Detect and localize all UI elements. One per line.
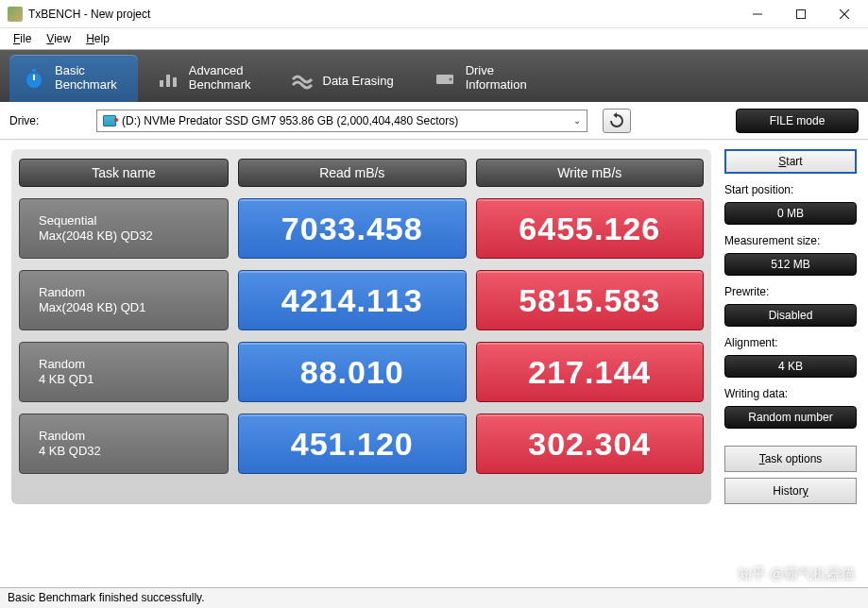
task-line1: Random (39, 357, 228, 372)
alignment-button[interactable]: 4 KB (724, 355, 857, 378)
drive-icon (103, 115, 116, 127)
header-write: Write mB/s (476, 159, 705, 187)
task-line1: Sequential (39, 213, 228, 228)
task-cell: Random 4 KB QD32 (19, 414, 229, 474)
tab-advanced-benchmark[interactable]: AdvancedBenchmark (144, 55, 272, 102)
bars-icon (157, 67, 179, 90)
task-line2: Max(2048 KB) QD1 (39, 300, 228, 315)
read-value: 7033.458 (238, 198, 467, 259)
tab-label: AdvancedBenchmark (189, 64, 251, 93)
header-row: Task name Read mB/s Write mB/s (19, 159, 704, 187)
write-value: 5815.583 (476, 270, 705, 330)
tabstrip: BasicBenchmark AdvancedBenchmark Data Er… (0, 49, 868, 102)
read-value: 4214.113 (238, 270, 467, 330)
task-options-button[interactable]: Task options (724, 446, 857, 472)
table-row: Random 4 KB QD32 451.120 302.304 (19, 414, 704, 474)
svg-rect-7 (160, 80, 163, 87)
window-title: TxBENCH - New project (28, 8, 150, 21)
drive-info-icon (434, 67, 456, 90)
prewrite-button[interactable]: Disabled (724, 304, 857, 327)
start-position-button[interactable]: 0 MB (724, 202, 857, 225)
tab-label: DriveInformation (466, 64, 527, 93)
drive-select[interactable]: (D:) NVMe Predator SSD GM7 953.86 GB (2,… (96, 110, 587, 132)
drive-label: Drive: (9, 114, 85, 127)
content: Task name Read mB/s Write mB/s Sequentia… (0, 140, 868, 504)
benchmark-panel: Task name Read mB/s Write mB/s Sequentia… (11, 149, 711, 504)
chevron-down-icon: ⌄ (573, 115, 581, 126)
app-icon (8, 7, 23, 22)
header-read: Read mB/s (238, 159, 467, 187)
tab-label: Data Erasing (323, 75, 394, 89)
task-line2: 4 KB QD32 (39, 444, 228, 459)
stopwatch-icon (23, 67, 45, 90)
side-panel: Start Start position: 0 MB Measurement s… (724, 149, 857, 504)
statusbar: Basic Benchmark finished successfully. (0, 587, 868, 608)
menu-view[interactable]: View (39, 30, 78, 47)
svg-marker-12 (613, 112, 617, 118)
svg-rect-8 (166, 75, 170, 87)
measurement-size-button[interactable]: 512 MB (724, 253, 857, 276)
table-row: Random Max(2048 KB) QD1 4214.113 5815.58… (19, 270, 704, 330)
menu-file[interactable]: File (6, 30, 39, 47)
task-cell: Random 4 KB QD1 (19, 342, 229, 402)
titlebar: TxBENCH - New project (0, 0, 868, 28)
measurement-size-label: Measurement size: (724, 234, 857, 247)
close-button[interactable] (823, 0, 866, 28)
task-line2: 4 KB QD1 (39, 372, 228, 387)
svg-point-11 (449, 78, 451, 81)
writing-data-label: Writing data: (724, 387, 857, 400)
alignment-label: Alignment: (724, 336, 857, 349)
tab-label: BasicBenchmark (55, 64, 117, 93)
read-value: 451.120 (238, 414, 467, 474)
task-line1: Random (39, 429, 228, 444)
watermark: 知乎 @霸气机器猫 (738, 566, 855, 583)
maximize-button[interactable] (779, 0, 823, 28)
table-row: Sequential Max(2048 KB) QD32 7033.458 64… (19, 198, 704, 259)
write-value: 302.304 (476, 414, 705, 474)
prewrite-label: Prewrite: (724, 285, 857, 298)
header-task: Task name (19, 159, 229, 187)
read-value: 88.010 (238, 342, 467, 402)
task-cell: Sequential Max(2048 KB) QD32 (19, 198, 229, 259)
refresh-icon (608, 112, 625, 129)
window-controls (736, 0, 866, 28)
close-icon (840, 9, 849, 19)
writing-data-button[interactable]: Random number (724, 406, 857, 429)
wave-icon (291, 70, 314, 93)
file-mode-button[interactable]: FILE mode (736, 109, 859, 133)
tab-basic-benchmark[interactable]: BasicBenchmark (9, 55, 138, 102)
tab-data-erasing[interactable]: Data Erasing (278, 60, 415, 102)
history-button[interactable]: History (724, 478, 857, 504)
svg-rect-1 (797, 9, 806, 18)
svg-rect-9 (173, 77, 177, 87)
start-button[interactable]: Start (724, 149, 857, 174)
minimize-button[interactable] (736, 0, 779, 28)
write-value: 6455.126 (476, 198, 705, 259)
menu-help[interactable]: Help (78, 30, 117, 47)
task-line2: Max(2048 KB) QD32 (39, 228, 228, 244)
drive-row: Drive: (D:) NVMe Predator SSD GM7 953.86… (0, 102, 868, 140)
task-cell: Random Max(2048 KB) QD1 (19, 270, 229, 330)
minimize-icon (753, 9, 762, 19)
write-value: 217.144 (476, 342, 705, 402)
refresh-button[interactable] (603, 109, 631, 133)
maximize-icon (796, 9, 806, 19)
svg-rect-5 (32, 69, 36, 72)
drive-selected-text: (D:) NVMe Predator SSD GM7 953.86 GB (2,… (122, 114, 458, 127)
task-line1: Random (39, 285, 228, 300)
menubar: File View Help (0, 28, 868, 49)
tab-drive-information[interactable]: DriveInformation (420, 55, 548, 102)
table-row: Random 4 KB QD1 88.010 217.144 (19, 342, 704, 402)
start-position-label: Start position: (724, 183, 857, 196)
